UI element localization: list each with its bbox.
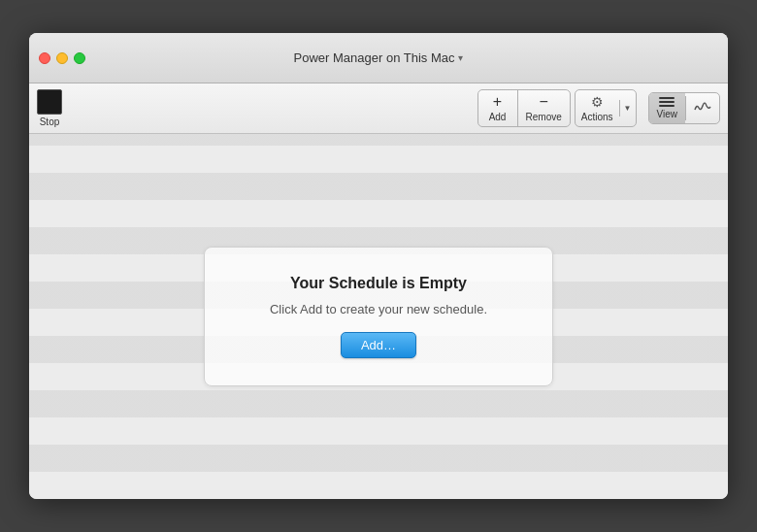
titlebar: Power Manager on This Mac ▾ [29, 33, 728, 83]
remove-icon: − [539, 94, 547, 110]
actions-label: Actions [581, 112, 613, 122]
actions-group: ⚙ Actions ▼ [575, 89, 637, 127]
minimize-button[interactable] [56, 52, 68, 64]
chart-view-button[interactable] [685, 96, 719, 120]
empty-add-button[interactable]: Add… [341, 332, 416, 358]
actions-button[interactable]: ⚙ Actions [576, 90, 619, 126]
maximize-button[interactable] [74, 52, 85, 64]
traffic-lights [39, 52, 85, 64]
add-icon: + [493, 94, 502, 110]
add-label: Add [489, 112, 507, 122]
empty-subtitle: Click Add to create your new schedule. [244, 302, 513, 316]
empty-title: Your Schedule is Empty [244, 275, 513, 292]
empty-state-card: Your Schedule is Empty Click Add to crea… [204, 247, 553, 386]
stop-label: Stop [40, 116, 60, 127]
list-view-icon [659, 97, 675, 107]
toolbar: Stop + Add − Remove ⚙ Actions ▼ [29, 83, 728, 134]
title-text: Power Manager on This Mac [294, 50, 455, 65]
list-view-button[interactable]: View [649, 93, 686, 123]
view-label: View [657, 109, 678, 119]
title-chevron-icon: ▾ [458, 52, 463, 63]
remove-label: Remove [526, 112, 562, 122]
close-button[interactable] [39, 52, 50, 64]
remove-button[interactable]: − Remove [517, 90, 570, 126]
chevron-down-icon: ▼ [624, 104, 632, 113]
content-area: Your Schedule is Empty Click Add to crea… [29, 134, 728, 499]
add-remove-group: + Add − Remove [477, 89, 571, 127]
main-window: Power Manager on This Mac ▾ Stop + Add −… [29, 33, 728, 499]
window-title: Power Manager on This Mac ▾ [294, 50, 464, 65]
add-button[interactable]: + Add [478, 90, 517, 126]
chart-icon [694, 100, 711, 116]
stop-icon [37, 89, 62, 115]
stop-tool-item[interactable]: Stop [37, 89, 62, 127]
gear-icon: ⚙ [591, 94, 604, 110]
actions-dropdown-button[interactable]: ▼ [619, 100, 636, 116]
view-group: View [648, 92, 721, 124]
